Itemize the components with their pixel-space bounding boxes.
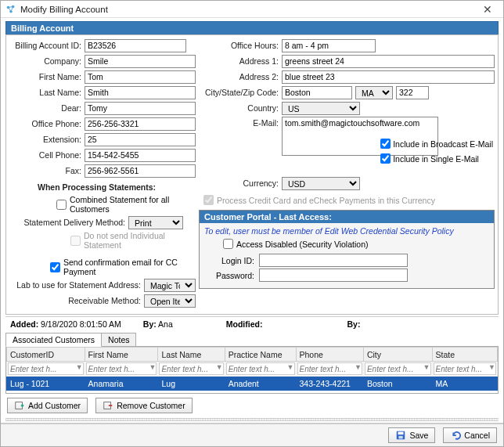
city-input[interactable] <box>282 86 352 99</box>
filter-icon[interactable]: ▼ <box>355 363 362 371</box>
col-customerid[interactable]: CustomerID <box>7 348 85 362</box>
save-button[interactable]: Save <box>388 427 435 443</box>
no-individual-label: Do not send Individual Statement <box>84 231 196 250</box>
filter-practice[interactable] <box>226 362 295 375</box>
tab-associated-customers[interactable]: Associated Customers <box>5 333 102 347</box>
col-lastname[interactable]: Last Name <box>158 348 225 362</box>
company-input[interactable] <box>85 55 196 68</box>
zip-input[interactable] <box>396 86 429 99</box>
by1-val: Ana <box>158 319 173 329</box>
grid-filter-row: ▼ ▼ ▼ ▼ ▼ ▼ ▼ <box>7 362 498 377</box>
cancel-button[interactable]: Cancel <box>443 427 497 443</box>
first-name-input[interactable] <box>85 70 196 84</box>
svg-rect-7 <box>399 436 403 439</box>
close-icon[interactable]: ✕ <box>477 3 499 16</box>
last-name-label: Last Name: <box>9 88 85 97</box>
tab-strip: Associated Customers Notes <box>5 333 499 347</box>
portal-note: To edit, user must be member of Edit Web… <box>204 226 489 236</box>
cell-firstname: Anamaria <box>85 377 158 391</box>
filter-firstname[interactable] <box>86 362 157 375</box>
access-disabled-checkbox[interactable] <box>223 239 233 249</box>
extension-label: Extension: <box>9 135 85 144</box>
country-select[interactable]: US <box>282 102 360 115</box>
filter-icon[interactable]: ▼ <box>287 363 294 371</box>
receivable-select[interactable]: Open Item <box>144 294 196 308</box>
col-city[interactable]: City <box>363 348 432 362</box>
process-cc-checkbox <box>203 195 214 205</box>
customer-grid[interactable]: CustomerID First Name Last Name Practice… <box>5 346 499 394</box>
fax-label: Fax: <box>9 166 85 175</box>
login-input[interactable] <box>259 254 408 267</box>
email-label: E-Mail: <box>199 117 282 128</box>
filter-phone[interactable] <box>297 362 362 375</box>
company-label: Company: <box>9 56 85 66</box>
portal-header: Customer Portal - Last Access: <box>200 211 494 223</box>
tab-notes[interactable]: Notes <box>101 333 136 347</box>
filter-icon[interactable]: ▼ <box>76 363 83 371</box>
filter-state[interactable] <box>434 362 496 375</box>
sdm-select[interactable]: Print <box>128 216 183 229</box>
currency-label: Currency: <box>199 178 282 188</box>
addr2-input[interactable] <box>282 70 495 84</box>
col-practice[interactable]: Practice Name <box>225 348 296 362</box>
office-phone-input[interactable] <box>85 117 196 131</box>
hours-label: Office Hours: <box>199 41 282 50</box>
hours-input[interactable] <box>282 39 376 52</box>
grid-buttons: Add Customer Remove Customer <box>5 395 499 416</box>
filter-icon[interactable]: ▼ <box>149 363 157 371</box>
cell-phone-input[interactable] <box>85 149 196 162</box>
state-select[interactable]: MA <box>355 86 393 99</box>
office-phone-label: Office Phone: <box>9 119 85 128</box>
process-cc-label: Process Credit Card and eCheck Payments … <box>217 196 435 205</box>
content-area: Billing Account Billing Account ID: Comp… <box>1 18 503 423</box>
filter-icon[interactable]: ▼ <box>488 363 495 371</box>
resize-ruler[interactable] <box>5 418 499 421</box>
remove-customer-button[interactable]: Remove Customer <box>95 398 193 413</box>
cell-lastname: Lug <box>158 377 225 391</box>
right-column: Office Hours: Address 1: Address 2: City… <box>199 38 495 309</box>
filter-customerid[interactable] <box>8 362 84 375</box>
fax-input[interactable] <box>85 164 196 178</box>
cell-phone: 343-243-4221 <box>296 377 363 391</box>
currency-select[interactable]: USD <box>282 177 360 190</box>
csz-label: City/State/Zip Code: <box>199 88 282 97</box>
single-email-checkbox[interactable] <box>380 153 391 164</box>
cell-city: Boston <box>363 377 432 391</box>
extension-input[interactable] <box>85 133 196 146</box>
lab-addr-select[interactable]: Magic Touch <box>144 279 196 292</box>
password-input[interactable] <box>259 269 408 282</box>
add-icon <box>14 400 25 411</box>
broadcast-checkbox[interactable] <box>380 139 391 149</box>
col-state[interactable]: State <box>432 348 497 362</box>
added-lbl: Added: <box>10 319 38 329</box>
receivable-label: Receivable Method: <box>9 296 144 305</box>
filter-icon[interactable]: ▼ <box>216 363 223 371</box>
last-name-input[interactable] <box>85 86 196 99</box>
save-icon <box>395 430 406 441</box>
email-options: Include in Broadcast E-Mail Include in S… <box>380 139 493 164</box>
app-icon <box>5 4 16 15</box>
cell-state: MA <box>432 377 497 391</box>
filter-icon[interactable]: ▼ <box>423 363 430 371</box>
add-customer-button[interactable]: Add Customer <box>7 398 88 413</box>
dear-input[interactable] <box>85 102 196 115</box>
table-row[interactable]: Lug - 1021 Anamaria Lug Anadent 343-243-… <box>7 377 498 391</box>
undo-icon <box>450 430 461 441</box>
filter-city[interactable] <box>365 362 431 375</box>
country-label: Country: <box>199 103 282 113</box>
acct-id-input[interactable] <box>85 39 186 52</box>
remove-icon <box>103 400 113 411</box>
no-individual-checkbox <box>70 236 81 246</box>
combined-statement-checkbox[interactable] <box>56 200 67 210</box>
addr1-input[interactable] <box>282 55 495 68</box>
by1-lbl: By: <box>143 319 157 329</box>
col-firstname[interactable]: First Name <box>85 348 158 362</box>
when-processing-label: When Processing Statements: <box>9 179 196 193</box>
grid-header-row: CustomerID First Name Last Name Practice… <box>7 348 498 362</box>
lab-addr-label: Lab to use for Statement Address: <box>9 280 144 290</box>
cc-confirm-checkbox[interactable] <box>50 262 60 272</box>
first-name-label: First Name: <box>9 72 85 81</box>
filter-lastname[interactable] <box>159 362 223 375</box>
col-phone[interactable]: Phone <box>296 348 363 362</box>
access-disabled-label: Access Disabled (Security Violation) <box>236 240 368 249</box>
